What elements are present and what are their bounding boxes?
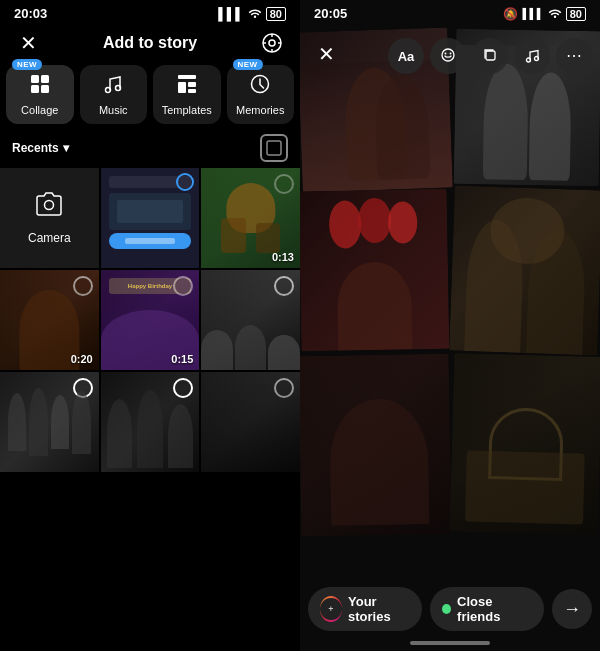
camera-cell[interactable]: Camera: [0, 168, 99, 268]
svg-rect-17: [267, 141, 281, 155]
camera-settings-button[interactable]: [258, 29, 286, 57]
memories-icon: [249, 73, 271, 100]
svg-rect-9: [41, 85, 49, 93]
photo-grid: Camera 0:13: [0, 168, 300, 651]
svg-point-20: [445, 52, 447, 54]
recents-label[interactable]: Recents ▾: [12, 141, 69, 155]
photo-cell-3[interactable]: 0:20: [0, 270, 99, 370]
left-panel: 20:03 ▌▌▌ 80 ✕ Add to story: [0, 0, 300, 651]
collage-photo-4: [449, 185, 600, 355]
duration-4: 0:15: [171, 353, 193, 365]
send-icon: →: [563, 599, 581, 620]
status-bar-right: 20:05 🔕 ▌▌▌ 80: [300, 0, 600, 25]
collage-icon: [29, 73, 51, 100]
tab-memories[interactable]: NEW Memories: [227, 65, 295, 124]
memories-label: Memories: [236, 104, 284, 116]
your-stories-label: Your stories: [348, 594, 410, 624]
close-friends-dot: [442, 604, 451, 614]
svg-rect-22: [486, 51, 495, 60]
photo-cell-6[interactable]: [0, 372, 99, 472]
copy-tool-icon: [482, 47, 498, 66]
svg-point-19: [442, 49, 454, 61]
svg-point-10: [106, 88, 111, 93]
battery-icon-right: 80: [566, 7, 586, 21]
svg-point-1: [269, 40, 275, 46]
home-indicator: [410, 641, 490, 645]
svg-point-21: [450, 52, 452, 54]
tabs-row: NEW Collage Music: [0, 65, 300, 130]
music-icon: [102, 73, 124, 100]
recents-bar: Recents ▾: [0, 130, 300, 168]
more-tool-button[interactable]: ⋯: [556, 38, 592, 74]
music-tool-icon: [524, 47, 540, 66]
time-left: 20:03: [14, 6, 47, 21]
send-button[interactable]: →: [552, 589, 592, 629]
svg-point-18: [45, 200, 54, 209]
music-tool-button[interactable]: [514, 38, 550, 74]
text-tool-icon: Aa: [398, 49, 415, 64]
svg-rect-13: [178, 82, 186, 93]
svg-rect-6: [31, 75, 39, 83]
avatar-inner: +: [320, 598, 342, 620]
collage-photo-6: [450, 353, 600, 535]
memories-new-badge: NEW: [233, 59, 263, 70]
collage-photo-3: [300, 189, 449, 352]
collage-label: Collage: [21, 104, 58, 116]
battery-icon-left: 80: [266, 7, 286, 21]
header-title-left: Add to story: [103, 34, 197, 52]
music-label: Music: [99, 104, 128, 116]
tab-music[interactable]: Music: [80, 65, 148, 124]
more-tool-icon: ⋯: [566, 48, 583, 64]
signal-icon-right: ▌▌▌: [522, 8, 543, 19]
close-friends-button[interactable]: Close friends: [430, 587, 544, 631]
copy-tool-button[interactable]: [472, 38, 508, 74]
duration-2: 0:13: [272, 251, 294, 263]
collage-new-badge: NEW: [12, 59, 42, 70]
time-right: 20:05: [314, 6, 347, 21]
select-multiple-button[interactable]: [260, 134, 288, 162]
signal-icon-left: ▌▌▌: [218, 7, 244, 21]
svg-rect-12: [178, 75, 196, 79]
close-button-left[interactable]: ✕: [14, 29, 42, 57]
collage-photo-5: [300, 354, 452, 537]
camera-label: Camera: [28, 231, 71, 245]
story-background: [300, 0, 600, 651]
duration-3: 0:20: [71, 353, 93, 365]
your-stories-button[interactable]: + Your stories: [308, 587, 422, 631]
svg-point-23: [527, 58, 531, 62]
camera-icon: [34, 192, 64, 225]
svg-point-24: [535, 56, 539, 60]
right-panel: 20:05 🔕 ▌▌▌ 80 ✕ Aa: [300, 0, 600, 651]
sticker-tool-button[interactable]: [430, 38, 466, 74]
status-icons-right: 🔕 ▌▌▌ 80: [503, 6, 586, 21]
wifi-icon-right: [548, 6, 562, 21]
text-tool-button[interactable]: Aa: [388, 38, 424, 74]
svg-rect-14: [188, 82, 196, 87]
tab-collage[interactable]: NEW Collage: [6, 65, 74, 124]
photo-cell-8[interactable]: [201, 372, 300, 472]
wifi-icon-left: [248, 6, 262, 21]
svg-rect-7: [41, 75, 49, 83]
photo-cell-2[interactable]: 0:13: [201, 168, 300, 268]
your-stories-avatar: +: [320, 596, 342, 622]
templates-label: Templates: [162, 104, 212, 116]
story-bottom-bar: + Your stories Close friends →: [300, 577, 600, 651]
story-toolbar: Aa ⋯: [300, 32, 600, 80]
svg-rect-8: [31, 85, 39, 93]
photo-cell-4[interactable]: Happy Birthday 0:15: [101, 270, 200, 370]
close-friends-label: Close friends: [457, 594, 532, 624]
photo-cell-7[interactable]: [101, 372, 200, 472]
svg-point-11: [116, 86, 121, 91]
photo-cell-5[interactable]: [201, 270, 300, 370]
story-preview-cell[interactable]: [101, 168, 200, 268]
templates-icon: [176, 73, 198, 100]
status-icons-left: ▌▌▌ 80: [218, 6, 286, 21]
recents-chevron: ▾: [63, 141, 69, 155]
mute-icon: 🔕: [503, 7, 518, 21]
svg-rect-15: [188, 89, 196, 93]
status-bar-left: 20:03 ▌▌▌ 80: [0, 0, 300, 25]
sticker-tool-icon: [440, 47, 456, 66]
tab-templates[interactable]: Templates: [153, 65, 221, 124]
